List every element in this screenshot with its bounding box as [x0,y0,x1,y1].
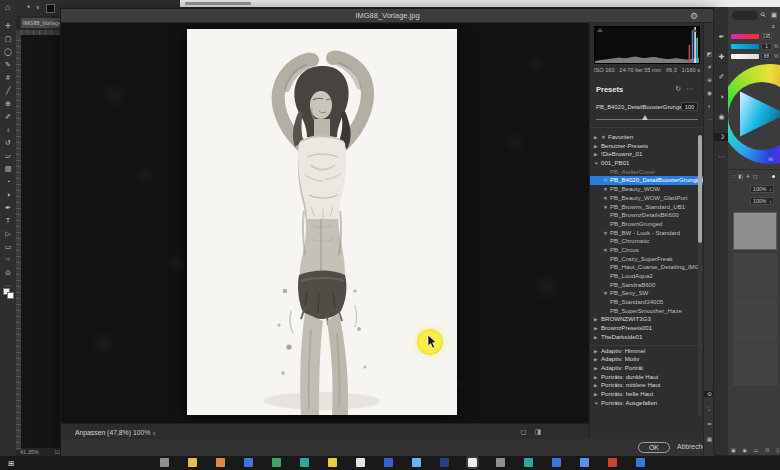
histogram[interactable] [594,26,700,64]
taskbar-app-icon[interactable] [328,458,337,467]
taskbar-app-icon[interactable] [216,458,225,467]
chevron-right-icon[interactable]: ▶ [594,151,601,159]
gradient-tool-icon[interactable]: ▨ [1,162,15,175]
preset-group[interactable]: ▶Porträts: mittlere Haut [590,381,704,390]
taskbar-app-icon[interactable] [524,458,533,467]
saturation-slider-row[interactable]: 1 % [731,43,777,50]
highlight-clipping-icon[interactable] [691,28,697,32]
taskbar-app-icon[interactable] [384,458,393,467]
eyedropper-tool-icon[interactable]: ╱ [1,84,15,97]
hue-slider-row[interactable]: 195 [731,33,777,40]
preset-amount-value[interactable]: 100 [681,102,698,111]
chevron-right-icon[interactable]: ▶ [594,356,601,364]
taskbar-app-icon[interactable] [356,458,365,467]
fill-select[interactable]: 100%∨ [750,197,774,205]
preset-group[interactable]: ▶Porträts: dunkle Haut [590,373,704,382]
preset-item[interactable]: PB_AtelierCover [590,168,704,177]
shape-tool-icon[interactable]: ▭ [1,240,15,253]
dodge-tool-icon[interactable]: ◑ [1,188,15,201]
ps-zoom-level[interactable]: 41,35% [20,449,39,455]
layer-effects-icon[interactable]: ◉ [743,447,747,453]
quick-selection-tool-icon[interactable]: ✎ [1,58,15,71]
ok-button[interactable]: OK [638,442,670,453]
taskbar-app-icon[interactable] [188,458,197,467]
layer-thumbnail[interactable] [733,212,777,250]
zoom-tool-icon[interactable]: ⊙ [1,266,15,279]
taskbar-app-icon[interactable] [608,458,617,467]
chevron-down-icon[interactable]: ▼ [594,400,601,408]
healing-tool-icon[interactable]: ⊕ [1,97,15,110]
preset-group[interactable]: ▶Adaptiv: Himmel [590,347,704,356]
link-layers-icon[interactable]: ▣ [731,447,736,453]
preview-canvas[interactable] [61,23,589,423]
brightness-value[interactable]: 88 [761,53,772,60]
taskbar-app-icon[interactable] [160,458,169,467]
preset-group[interactable]: ▶Benutzer-Presets [590,142,704,151]
search-icon[interactable]: ⚲ [759,10,768,19]
shadow-clipping-icon[interactable] [597,28,603,32]
preset-item[interactable]: PB_BrownzDetailsBK600 [590,211,704,220]
taskbar-app-icon[interactable] [300,458,309,467]
taskbar-app-icon[interactable] [272,458,281,467]
preset-item[interactable]: ★PB_Beauty_WOW_GlattPort [590,194,704,203]
chevron-down-icon[interactable]: ▼ [594,160,601,168]
preset-item[interactable]: PB_Crazy_SuperFreak [590,255,704,264]
background-color-swatch[interactable] [7,292,14,299]
panel-menu-icon[interactable]: ≡ [772,23,775,29]
preset-group[interactable]: ▶!DieBrownz_01 [590,150,704,159]
lasso-tool-icon[interactable]: ◔ [25,2,30,12]
move-tool-icon[interactable]: ✛ [1,19,15,32]
taskbar-app-icon[interactable] [468,458,477,467]
chevron-right-icon[interactable]: ▶ [594,374,601,382]
pen-tool-icon[interactable]: ✒ [1,201,15,214]
taskbar-app-icon[interactable] [636,458,645,467]
blur-tool-icon[interactable]: ◔ [1,175,15,188]
eye-icon[interactable]: ◉ [714,113,729,121]
dodge-icon[interactable]: ◑ [714,93,729,100]
taskbar-app-icon[interactable] [440,458,449,467]
chevron-right-icon[interactable]: ▶ [594,334,601,342]
chevron-right-icon[interactable]: ▶ [594,391,601,399]
star-icon[interactable]: ☆ [603,176,610,185]
preset-item[interactable]: PB_Standard34005 [590,298,704,307]
preset-item[interactable]: ★PB_Circus [590,246,704,255]
chevron-right-icon[interactable]: ▶ [594,143,601,151]
star-icon[interactable]: ★ [603,203,610,212]
new-group-icon[interactable]: ▭ [754,447,759,453]
mixer-icon[interactable]: ✚ [714,53,729,61]
layer-lock-icons[interactable]: ∷◧✛◻ [732,173,760,179]
preset-item[interactable]: ★PB_Sexy_SW [590,289,704,298]
preset-group[interactable]: ▼Porträts: Ausgefallen [590,399,704,408]
star-icon[interactable]: ★ [603,185,610,194]
new-layer-icon[interactable]: ⊡ [765,447,769,453]
star-icon[interactable]: ★ [603,229,610,238]
star-icon[interactable]: ★ [601,133,608,142]
preset-item[interactable]: PB_Haut_Coarse_Detailing_IMG_KC [590,263,704,272]
chevron-right-icon[interactable]: ▶ [594,382,601,390]
preset-item[interactable]: PB_LoudAqua2 [590,272,704,281]
layer-list[interactable] [733,252,777,386]
path-selection-tool-icon[interactable]: ▷ [1,227,15,240]
preset-item[interactable]: PB_SuperSmoother_Haze [590,307,704,316]
preset-item[interactable]: ★PB_BW - Look - Standard [590,229,704,238]
chevron-right-icon[interactable]: ▶ [594,134,601,142]
star-icon[interactable]: ★ [603,289,610,298]
star-icon[interactable]: ★ [603,194,610,203]
color-wheel[interactable] [728,62,780,166]
clone-stamp-tool-icon[interactable]: ♁ [1,123,15,136]
star-icon[interactable]: ★ [603,246,610,255]
preset-group[interactable]: ▶BrownzPresets001 [590,324,704,333]
taskbar-app-icon[interactable] [580,458,589,467]
moon-icon[interactable]: ☽ [714,133,729,141]
taskbar-app-icon[interactable] [496,458,505,467]
split-view-icon[interactable]: ◨ [534,428,549,435]
chevron-down-icon[interactable]: ∨ [36,4,40,10]
hue-value[interactable]: 195 [761,33,772,40]
refresh-icon[interactable]: ↻ [675,85,686,92]
taskbar-app-icon[interactable] [552,458,561,467]
preset-group[interactable]: ▶TheDarkside01 [590,333,704,342]
settings-gear-icon[interactable]: ⚙ [690,9,698,23]
crop-tool-icon[interactable]: # [1,71,15,84]
preset-group[interactable]: ▼001_PB01 [590,159,704,168]
color-swatches[interactable] [3,288,15,300]
